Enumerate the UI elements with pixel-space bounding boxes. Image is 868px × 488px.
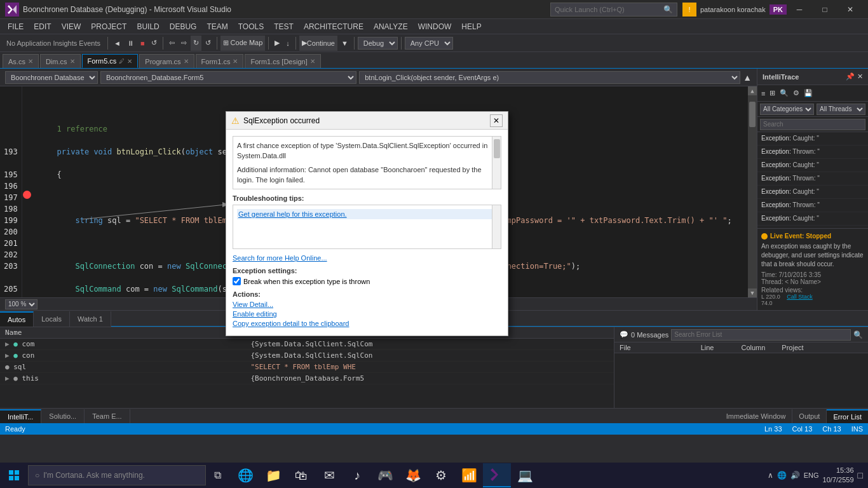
dialog-close-btn[interactable]: ✕ [490, 114, 503, 127]
tab-form1-design[interactable]: Form1.cs [Design]✕ [245, 54, 320, 68]
view-detail-link[interactable]: View Detail... [233, 301, 501, 308]
intellitrace-event-6[interactable]: Exception: Caught: " [757, 212, 868, 226]
tab-solution[interactable]: Solutio... [41, 409, 85, 423]
threads-select[interactable]: All Threads [817, 104, 865, 115]
tab-form1-cs[interactable]: Form1.cs✕ [196, 54, 244, 68]
tab-form5-cs[interactable]: Form5.cs 🖊✕ [82, 54, 139, 68]
tab-watch[interactable]: Watch 1 [70, 311, 111, 327]
title-search[interactable]: 🔍 [550, 3, 677, 17]
project-select[interactable]: Boonchronen Database [5, 71, 98, 84]
continue-btn[interactable]: ▶ Continue [299, 36, 337, 51]
intellitrace-btn1[interactable]: ≡ [760, 88, 766, 98]
restore-btn[interactable]: □ [812, 0, 837, 19]
app-music[interactable]: ♪ [343, 463, 371, 487]
intellitrace-pin[interactable]: 📌 [846, 72, 855, 81]
error-search-icon[interactable]: 🔍 [853, 330, 863, 339]
intellitrace-event-1[interactable]: Exception: Thrown: " [757, 146, 868, 159]
msg-scrollbar[interactable] [492, 137, 501, 189]
tab-dim-cs-close[interactable]: ✕ [70, 58, 75, 65]
class-select[interactable]: Boonchronen_Database.Form5 [100, 71, 356, 84]
break-checkbox[interactable] [233, 277, 241, 285]
tab-locals[interactable]: Locals [34, 311, 70, 327]
intellitrace-event-5[interactable]: Exception: Thrown: " [757, 199, 868, 212]
menu-architecture[interactable]: ARCHITECTURE [299, 19, 369, 34]
intellitrace-event-0[interactable]: Exception: Caught: " [757, 132, 868, 146]
toolbar-run[interactable]: ▶ [272, 36, 282, 51]
intellitrace-event-2[interactable]: Exception: Caught: " [757, 159, 868, 172]
autos-row-sql[interactable]: ● sql "SELECT * FROM tblEmp WHE [0, 362, 614, 373]
copy-exception-link[interactable]: Copy exception detail to the clipboard [233, 320, 501, 327]
menu-tools[interactable]: TOOLS [233, 19, 269, 34]
menu-project[interactable]: PROJECT [86, 19, 132, 34]
general-help-link[interactable]: Get general help for this exception. [237, 209, 497, 219]
autos-row-com[interactable]: ▶ ● com {System.Data.SqlClient.SqlCom [0, 339, 614, 350]
error-list-tab[interactable]: Error List [827, 409, 868, 423]
intellitrace-btn4[interactable]: ⚙ [792, 88, 801, 98]
app-edge[interactable]: 🌐 [231, 463, 259, 487]
autos-row-con[interactable]: ▶ ● con {System.Data.SqlClient.SqlCon [0, 350, 614, 362]
toolbar-back[interactable]: ◄ [111, 36, 123, 51]
categories-select[interactable]: All Categories [760, 104, 814, 115]
cortana-search[interactable]: ○ I'm Cortana. Ask me anything. [28, 465, 206, 485]
tab-form1-design-close[interactable]: ✕ [310, 58, 315, 65]
app-chrome[interactable]: ⚙ [427, 463, 455, 487]
tab-form5-cs-close[interactable]: ✕ [127, 58, 132, 65]
enable-editing-link[interactable]: Enable editing [233, 310, 501, 318]
intellitrace-btn3[interactable]: 🔍 [778, 88, 790, 98]
codemap-btn[interactable]: ⊞ Code Map [220, 36, 266, 51]
menu-build[interactable]: BUILD [132, 19, 164, 34]
debug-dropdown[interactable]: ▼ [339, 36, 351, 51]
app-vs[interactable] [483, 463, 511, 487]
menu-team[interactable]: TEAM [201, 19, 233, 34]
app-vm[interactable]: 💻 [511, 463, 539, 487]
intellitrace-event-3[interactable]: Exception: Thrown: " [757, 172, 868, 186]
tab-intellitrace[interactable]: IntelliT... [0, 409, 41, 423]
task-view-btn[interactable]: ⧉ [206, 464, 229, 487]
tray-volume[interactable]: 🔊 [790, 471, 800, 480]
toolbar-nav1[interactable]: ⇦ [166, 36, 177, 51]
autos-row-this[interactable]: ▶ ● this {Boonchronen_Database.Form5 [0, 373, 614, 384]
tray-lang[interactable]: ENG [804, 471, 819, 479]
intellitrace-search-input[interactable] [760, 119, 865, 130]
clock-display[interactable]: 15:36 10/7/2559 [823, 466, 854, 485]
error-search-input[interactable] [671, 329, 851, 341]
tab-team-explorer[interactable]: Team E... [85, 409, 130, 423]
menu-analyze[interactable]: ANALYZE [369, 19, 413, 34]
menu-help[interactable]: HELP [456, 19, 486, 34]
editor-scroll-up[interactable]: ▲ [743, 72, 752, 83]
app-explorer[interactable]: 📁 [259, 463, 287, 487]
close-btn[interactable]: ✕ [837, 0, 863, 19]
toolbar-nav2[interactable]: ⇨ [179, 36, 189, 51]
tray-notification[interactable]: □ [858, 470, 863, 480]
output-tab[interactable]: Output [792, 409, 827, 423]
call-stack-link[interactable]: Call Stack [787, 294, 813, 300]
zoom-select[interactable]: 100 % [5, 299, 37, 309]
menu-edit[interactable]: EDIT [29, 19, 56, 34]
intellitrace-close[interactable]: ✕ [857, 72, 863, 81]
tab-program-cs[interactable]: Program.cs✕ [139, 54, 194, 68]
menu-window[interactable]: WINDOW [413, 19, 457, 34]
menu-debug[interactable]: DEBUG [165, 19, 202, 34]
app-firefox[interactable]: 🦊 [399, 463, 427, 487]
menu-file[interactable]: FILE [3, 19, 29, 34]
app-wifi[interactable]: 📶 [455, 463, 483, 487]
app-mail[interactable]: ✉ [315, 463, 343, 487]
intellitrace-btn2[interactable]: ⊞ [768, 88, 776, 98]
toolbar-nav3[interactable]: ↻ [191, 36, 201, 51]
tray-chevron[interactable]: ∧ [768, 471, 773, 480]
toolbar-pause[interactable]: ⏸ [125, 36, 137, 51]
app-store[interactable]: 🛍 [287, 463, 315, 487]
start-button[interactable] [0, 463, 28, 488]
menu-view[interactable]: VIEW [57, 19, 86, 34]
editor-scrollbar[interactable]: ▲ ▼ [748, 86, 757, 297]
toolbar-restart[interactable]: ↺ [149, 36, 159, 51]
tab-program-cs-close[interactable]: ✕ [184, 58, 189, 65]
toolbar-stop[interactable]: ■ [138, 36, 147, 51]
menu-test[interactable]: TEST [269, 19, 299, 34]
tab-dim-cs[interactable]: Dim.cs✕ [40, 54, 81, 68]
tab-form1-cs-close[interactable]: ✕ [233, 58, 238, 65]
immediate-window-tab[interactable]: Immediate Window [720, 409, 793, 423]
links-scrollbar[interactable] [492, 205, 501, 248]
tray-network[interactable]: 🌐 [777, 471, 787, 480]
minimize-btn[interactable]: ─ [787, 0, 812, 19]
